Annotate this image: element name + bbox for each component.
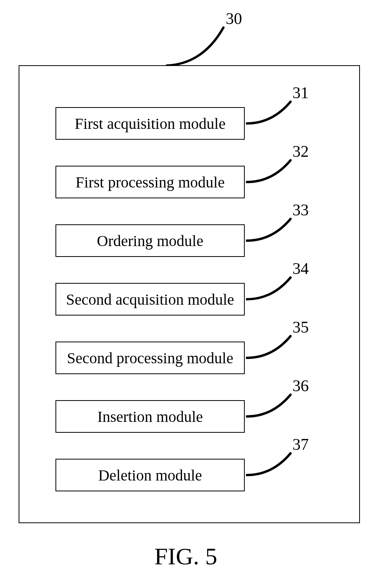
lead-line-33 (246, 217, 292, 246)
module-ref-34: 34 (292, 259, 309, 278)
module-ref-35: 35 (292, 318, 309, 336)
lead-line-37 (246, 452, 292, 481)
module-label: Deletion module (98, 466, 202, 484)
module-box-ordering: Ordering module (55, 224, 245, 257)
module-ref-36: 36 (292, 376, 309, 395)
lead-line-36 (246, 393, 292, 422)
lead-line-32 (246, 159, 292, 188)
module-label: First acquisition module (75, 114, 226, 133)
module-label: Second acquisition module (66, 290, 234, 309)
lead-line-35 (246, 335, 292, 364)
module-ref-33: 33 (292, 201, 309, 219)
module-box-insertion: Insertion module (55, 400, 245, 433)
module-label: Insertion module (97, 408, 203, 426)
lead-line-container (166, 26, 226, 67)
container-ref-label: 30 (226, 9, 242, 28)
module-box-first-acquisition: First acquisition module (55, 107, 245, 140)
module-label: Ordering module (97, 232, 203, 250)
module-label: Second processing module (67, 349, 234, 367)
module-box-second-acquisition: Second acquisition module (55, 283, 245, 316)
module-box-deletion: Deletion module (55, 459, 245, 491)
module-label: First processing module (76, 173, 225, 191)
module-box-first-processing: First processing module (55, 166, 245, 198)
module-ref-37: 37 (292, 435, 309, 454)
lead-line-34 (246, 276, 292, 305)
module-box-second-processing: Second processing module (55, 342, 245, 374)
lead-line-31 (246, 100, 292, 129)
module-ref-32: 32 (292, 142, 309, 161)
figure-label: FIG. 5 (154, 543, 217, 570)
module-ref-31: 31 (292, 83, 309, 102)
